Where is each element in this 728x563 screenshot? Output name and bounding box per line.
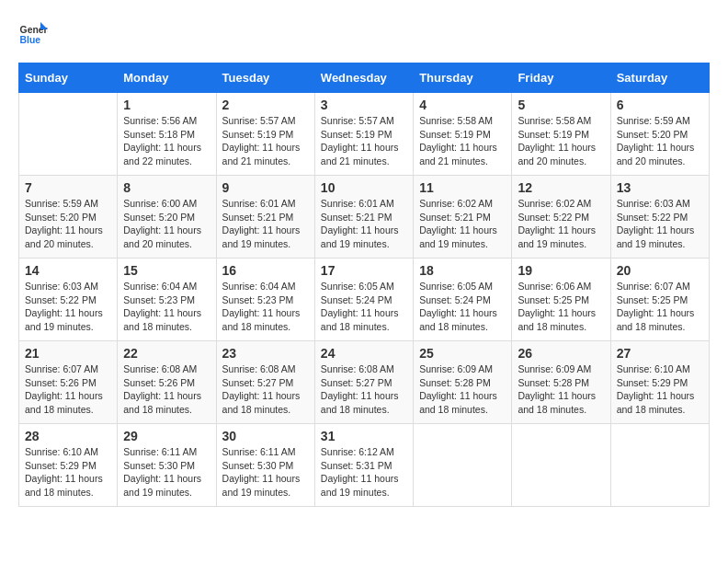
calendar-week-2: 14Sunrise: 6:03 AM Sunset: 5:22 PM Dayli…: [19, 259, 710, 341]
day-number: 11: [419, 180, 506, 195]
calendar-cell: [414, 424, 512, 507]
calendar-cell: 15Sunrise: 6:04 AM Sunset: 5:23 PM Dayli…: [118, 259, 216, 341]
day-info: Sunrise: 6:02 AM Sunset: 5:22 PM Dayligh…: [518, 197, 604, 251]
day-number: 24: [321, 346, 407, 361]
calendar-cell: 17Sunrise: 6:05 AM Sunset: 5:24 PM Dayli…: [314, 259, 413, 341]
day-info: Sunrise: 5:59 AM Sunset: 5:20 PM Dayligh…: [25, 197, 111, 251]
day-number: 2: [222, 98, 309, 112]
calendar-cell: 5Sunrise: 5:58 AM Sunset: 5:19 PM Daylig…: [512, 93, 610, 176]
day-info: Sunrise: 6:09 AM Sunset: 5:28 PM Dayligh…: [518, 362, 604, 417]
day-info: Sunrise: 6:02 AM Sunset: 5:21 PM Dayligh…: [419, 197, 506, 251]
calendar-cell: 9Sunrise: 6:01 AM Sunset: 5:21 PM Daylig…: [216, 176, 314, 259]
day-info: Sunrise: 5:58 AM Sunset: 5:19 PM Dayligh…: [518, 114, 604, 168]
calendar-cell: 20Sunrise: 6:07 AM Sunset: 5:25 PM Dayli…: [610, 259, 709, 341]
day-info: Sunrise: 6:00 AM Sunset: 5:20 PM Dayligh…: [123, 197, 210, 251]
day-number: 4: [419, 98, 506, 112]
day-number: 30: [222, 429, 309, 443]
calendar-cell: 10Sunrise: 6:01 AM Sunset: 5:21 PM Dayli…: [314, 176, 413, 259]
day-number: 8: [123, 180, 210, 195]
day-number: 1: [123, 98, 210, 112]
weekday-wednesday: Wednesday: [314, 63, 413, 93]
day-info: Sunrise: 6:08 AM Sunset: 5:27 PM Dayligh…: [222, 362, 309, 417]
day-number: 5: [518, 98, 604, 112]
day-number: 21: [25, 346, 111, 361]
day-info: Sunrise: 6:12 AM Sunset: 5:31 PM Dayligh…: [321, 445, 407, 500]
calendar-cell: 14Sunrise: 6:03 AM Sunset: 5:22 PM Dayli…: [19, 259, 118, 341]
day-info: Sunrise: 6:10 AM Sunset: 5:29 PM Dayligh…: [25, 445, 111, 500]
calendar-week-1: 7Sunrise: 5:59 AM Sunset: 5:20 PM Daylig…: [19, 176, 710, 259]
weekday-tuesday: Tuesday: [216, 63, 314, 93]
logo: General Blue: [18, 18, 51, 48]
day-number: 15: [123, 263, 210, 278]
day-info: Sunrise: 6:08 AM Sunset: 5:27 PM Dayligh…: [321, 362, 407, 417]
calendar-cell: 22Sunrise: 6:08 AM Sunset: 5:26 PM Dayli…: [118, 341, 216, 424]
calendar-header: SundayMondayTuesdayWednesdayThursdayFrid…: [19, 63, 710, 93]
calendar-cell: 24Sunrise: 6:08 AM Sunset: 5:27 PM Dayli…: [314, 341, 413, 424]
calendar-cell: 27Sunrise: 6:10 AM Sunset: 5:29 PM Dayli…: [610, 341, 709, 424]
day-info: Sunrise: 6:03 AM Sunset: 5:22 PM Dayligh…: [617, 197, 703, 251]
day-number: 13: [617, 180, 703, 195]
day-number: 3: [321, 98, 407, 112]
calendar-cell: 12Sunrise: 6:02 AM Sunset: 5:22 PM Dayli…: [512, 176, 610, 259]
day-info: Sunrise: 6:09 AM Sunset: 5:28 PM Dayligh…: [419, 362, 506, 417]
calendar-cell: 13Sunrise: 6:03 AM Sunset: 5:22 PM Dayli…: [610, 176, 709, 259]
day-info: Sunrise: 6:04 AM Sunset: 5:23 PM Dayligh…: [123, 280, 210, 334]
calendar-cell: 29Sunrise: 6:11 AM Sunset: 5:30 PM Dayli…: [118, 424, 216, 507]
day-info: Sunrise: 5:57 AM Sunset: 5:19 PM Dayligh…: [321, 114, 407, 168]
day-number: 7: [25, 180, 111, 195]
weekday-header-row: SundayMondayTuesdayWednesdayThursdayFrid…: [19, 63, 710, 93]
day-number: 16: [222, 263, 309, 278]
day-info: Sunrise: 6:05 AM Sunset: 5:24 PM Dayligh…: [321, 280, 407, 334]
day-number: 31: [321, 429, 407, 443]
calendar-cell: 19Sunrise: 6:06 AM Sunset: 5:25 PM Dayli…: [512, 259, 610, 341]
day-number: 28: [25, 429, 111, 443]
calendar-cell: [610, 424, 709, 507]
day-number: 17: [321, 263, 407, 278]
calendar-cell: [512, 424, 610, 507]
day-info: Sunrise: 5:59 AM Sunset: 5:20 PM Dayligh…: [617, 114, 703, 168]
day-number: 25: [419, 346, 506, 361]
calendar-cell: 7Sunrise: 5:59 AM Sunset: 5:20 PM Daylig…: [19, 176, 118, 259]
calendar-cell: 6Sunrise: 5:59 AM Sunset: 5:20 PM Daylig…: [610, 93, 709, 176]
day-info: Sunrise: 6:10 AM Sunset: 5:29 PM Dayligh…: [617, 362, 703, 417]
calendar-week-4: 28Sunrise: 6:10 AM Sunset: 5:29 PM Dayli…: [19, 424, 710, 507]
day-number: 26: [518, 346, 604, 361]
calendar-table: SundayMondayTuesdayWednesdayThursdayFrid…: [18, 63, 710, 507]
calendar-cell: 23Sunrise: 6:08 AM Sunset: 5:27 PM Dayli…: [216, 341, 314, 424]
calendar-cell: 1Sunrise: 5:56 AM Sunset: 5:18 PM Daylig…: [118, 93, 216, 176]
calendar-cell: 4Sunrise: 5:58 AM Sunset: 5:19 PM Daylig…: [414, 93, 512, 176]
page-header: General Blue: [18, 18, 710, 48]
calendar-week-0: 1Sunrise: 5:56 AM Sunset: 5:18 PM Daylig…: [19, 93, 710, 176]
day-info: Sunrise: 6:01 AM Sunset: 5:21 PM Dayligh…: [222, 197, 309, 251]
calendar-week-3: 21Sunrise: 6:07 AM Sunset: 5:26 PM Dayli…: [19, 341, 710, 424]
day-info: Sunrise: 6:03 AM Sunset: 5:22 PM Dayligh…: [25, 280, 111, 334]
day-info: Sunrise: 6:05 AM Sunset: 5:24 PM Dayligh…: [419, 280, 506, 334]
day-number: 29: [123, 429, 210, 443]
day-info: Sunrise: 6:07 AM Sunset: 5:26 PM Dayligh…: [25, 362, 111, 417]
calendar-body: 1Sunrise: 5:56 AM Sunset: 5:18 PM Daylig…: [19, 93, 710, 507]
calendar-cell: 18Sunrise: 6:05 AM Sunset: 5:24 PM Dayli…: [414, 259, 512, 341]
weekday-thursday: Thursday: [414, 63, 512, 93]
calendar-cell: 25Sunrise: 6:09 AM Sunset: 5:28 PM Dayli…: [414, 341, 512, 424]
calendar-cell: 26Sunrise: 6:09 AM Sunset: 5:28 PM Dayli…: [512, 341, 610, 424]
day-info: Sunrise: 5:57 AM Sunset: 5:19 PM Dayligh…: [222, 114, 309, 168]
day-number: 10: [321, 180, 407, 195]
weekday-sunday: Sunday: [19, 63, 118, 93]
day-number: 12: [518, 180, 604, 195]
day-info: Sunrise: 5:58 AM Sunset: 5:19 PM Dayligh…: [419, 114, 506, 168]
day-info: Sunrise: 6:11 AM Sunset: 5:30 PM Dayligh…: [222, 445, 309, 500]
day-info: Sunrise: 6:04 AM Sunset: 5:23 PM Dayligh…: [222, 280, 309, 334]
day-info: Sunrise: 6:11 AM Sunset: 5:30 PM Dayligh…: [123, 445, 210, 500]
day-number: 22: [123, 346, 210, 361]
weekday-saturday: Saturday: [610, 63, 709, 93]
day-info: Sunrise: 6:07 AM Sunset: 5:25 PM Dayligh…: [617, 280, 703, 334]
calendar-cell: 21Sunrise: 6:07 AM Sunset: 5:26 PM Dayli…: [19, 341, 118, 424]
day-info: Sunrise: 5:56 AM Sunset: 5:18 PM Dayligh…: [123, 114, 210, 168]
weekday-friday: Friday: [512, 63, 610, 93]
day-number: 9: [222, 180, 309, 195]
day-info: Sunrise: 6:06 AM Sunset: 5:25 PM Dayligh…: [518, 280, 604, 334]
day-number: 6: [617, 98, 703, 112]
day-number: 19: [518, 263, 604, 278]
day-info: Sunrise: 6:01 AM Sunset: 5:21 PM Dayligh…: [321, 197, 407, 251]
day-number: 27: [617, 346, 703, 361]
